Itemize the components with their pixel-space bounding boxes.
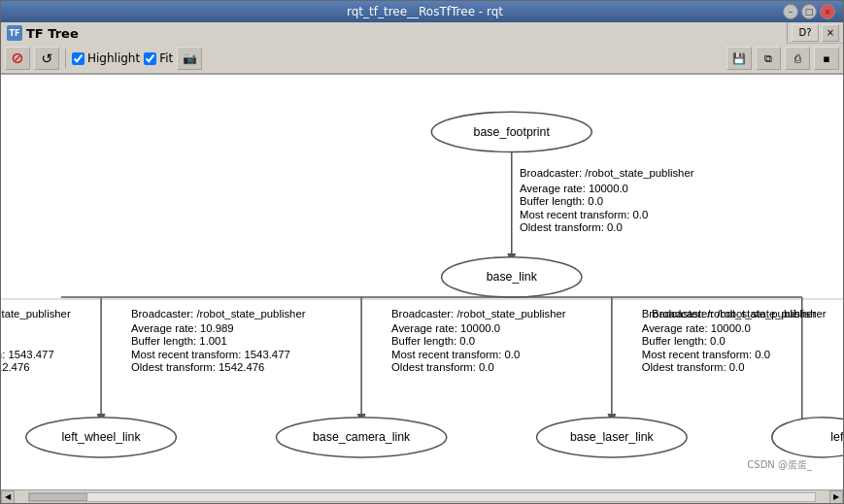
minimize-button[interactable]: – bbox=[783, 4, 798, 19]
view-button[interactable]: ▪ bbox=[814, 47, 839, 70]
fit-checkbox-label[interactable]: Fit bbox=[144, 51, 173, 65]
fit-label: Fit bbox=[159, 51, 173, 65]
svg-text:base_link: base_link bbox=[487, 270, 538, 284]
highlight-checkbox[interactable] bbox=[72, 52, 84, 65]
close-button[interactable]: × bbox=[820, 4, 835, 19]
scroll-left-button[interactable]: ◀ bbox=[1, 490, 15, 504]
svg-text:Oldest transform: 1542.476: Oldest transform: 1542.476 bbox=[131, 361, 264, 373]
title-bar: rqt_tf_tree__RosTfTree - rqt – □ × bbox=[1, 1, 843, 22]
svg-text:base_camera_link: base_camera_link bbox=[313, 430, 411, 444]
tree-svg: base_footprint base_link bbox=[1, 75, 843, 489]
toolbar: ⊘ ↺ Highlight Fit 📷 💾 ⧉ ⎙ ▪ bbox=[1, 44, 843, 75]
svg-text:Oldest transform: 0.0: Oldest transform: 0.0 bbox=[520, 221, 623, 233]
save-button[interactable]: 💾 bbox=[726, 47, 752, 70]
tf-icon: TF bbox=[7, 25, 22, 41]
svg-text:Most recent transform: 0.0: Most recent transform: 0.0 bbox=[391, 349, 520, 360]
scroll-right-button[interactable]: ▶ bbox=[829, 490, 843, 504]
svg-text:Buffer length: 1.001: Buffer length: 1.001 bbox=[131, 335, 227, 347]
svg-text:Broadcaster: /robot_state_publ: Broadcaster: /robot_state_publisher bbox=[391, 308, 566, 319]
svg-text:n: 1543.477: n: 1543.477 bbox=[1, 349, 54, 360]
canvas-area[interactable]: base_footprint base_link bbox=[1, 75, 843, 489]
svg-text:Oldest transform: 0.0: Oldest transform: 0.0 bbox=[391, 361, 494, 373]
svg-text:Average rate: 10000.0: Average rate: 10000.0 bbox=[391, 322, 500, 334]
svg-text:Most recent transform: 0.0: Most recent transform: 0.0 bbox=[642, 349, 770, 360]
highlight-checkbox-label[interactable]: Highlight bbox=[72, 51, 140, 65]
refresh-button[interactable]: ↺ bbox=[34, 47, 59, 70]
app-window: rqt_tf_tree__RosTfTree - rqt – □ × TF TF… bbox=[0, 0, 844, 504]
highlight-label: Highlight bbox=[87, 51, 140, 65]
svg-text:state_publisher: state_publisher bbox=[1, 308, 71, 319]
svg-text:left_: left_ bbox=[830, 430, 843, 444]
svg-text:Broadcaster: /robot_state_publ: Broadcaster: /robot_state_publisher bbox=[131, 308, 306, 319]
print-button[interactable]: ⎙ bbox=[785, 47, 810, 70]
svg-text:Broadcaster: /robot_state_publ: Broadcaster: /robot_state_publisher bbox=[652, 308, 827, 319]
toolbar-separator-1 bbox=[65, 49, 66, 68]
left-side: base_footprint base_link bbox=[1, 75, 843, 503]
tf-tree-title: TF TF Tree bbox=[1, 22, 787, 44]
svg-text:12.476: 12.476 bbox=[1, 361, 30, 373]
svg-text:Oldest transform: 0.0: Oldest transform: 0.0 bbox=[642, 361, 745, 373]
maximize-button[interactable]: □ bbox=[801, 4, 817, 19]
svg-text:Most recent transform: 1543.47: Most recent transform: 1543.477 bbox=[131, 349, 290, 360]
title-bar-buttons: – □ × bbox=[783, 4, 835, 19]
top-close-button[interactable]: × bbox=[822, 24, 839, 42]
main-body: base_footprint base_link bbox=[1, 75, 843, 503]
svg-text:Broadcaster: /robot_state_publ: Broadcaster: /robot_state_publisher bbox=[520, 167, 694, 179]
tf-tree-label: TF Tree bbox=[26, 26, 79, 41]
window-title: rqt_tf_tree__RosTfTree - rqt bbox=[67, 5, 783, 18]
svg-text:Average rate: 10.989: Average rate: 10.989 bbox=[131, 322, 234, 334]
svg-text:left_wheel_link: left_wheel_link bbox=[62, 430, 142, 444]
scroll-thumb[interactable] bbox=[29, 493, 87, 501]
svg-text:Buffer length: 0.0: Buffer length: 0.0 bbox=[642, 335, 726, 347]
save-screenshot-button[interactable]: 📷 bbox=[177, 47, 202, 70]
svg-text:Buffer length: 0.0: Buffer length: 0.0 bbox=[391, 335, 475, 347]
fit-checkbox[interactable] bbox=[144, 52, 156, 65]
horizontal-scrollbar[interactable]: ◀ ▶ bbox=[1, 489, 843, 503]
svg-text:Buffer length: 0.0: Buffer length: 0.0 bbox=[520, 195, 603, 207]
svg-text:Most recent transform: 0.0: Most recent transform: 0.0 bbox=[520, 209, 648, 220]
copy-button[interactable]: ⧉ bbox=[756, 47, 781, 70]
svg-text:base_footprint: base_footprint bbox=[474, 125, 551, 139]
watermark: CSDN @蛋蛋_ bbox=[747, 458, 812, 472]
svg-text:Average rate: 10000.0: Average rate: 10000.0 bbox=[520, 183, 628, 194]
stop-button[interactable]: ⊘ bbox=[5, 47, 30, 70]
help-button[interactable]: D? bbox=[792, 24, 819, 42]
svg-text:Average rate: 10000.0: Average rate: 10000.0 bbox=[642, 322, 751, 334]
svg-text:base_laser_link: base_laser_link bbox=[570, 430, 655, 444]
scroll-track[interactable] bbox=[28, 492, 816, 502]
